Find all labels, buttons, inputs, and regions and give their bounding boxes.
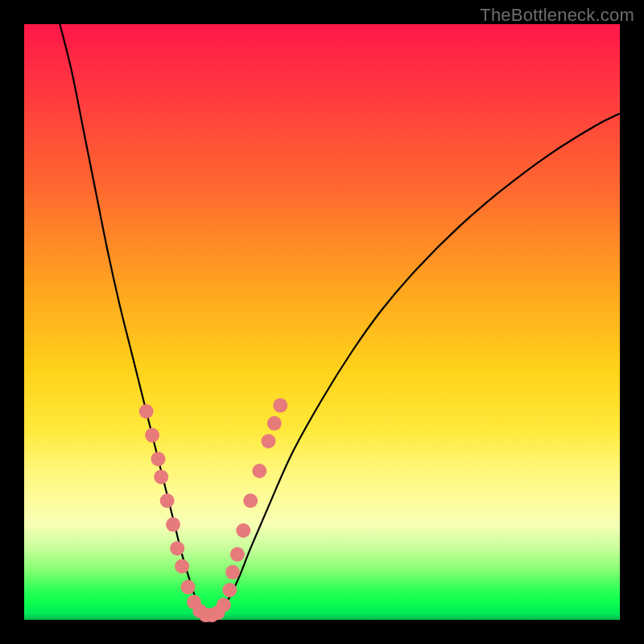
highlight-dot	[273, 398, 287, 413]
highlight-dot	[217, 598, 231, 613]
highlight-dot	[267, 416, 282, 431]
bottleneck-curve	[60, 24, 620, 617]
highlight-dot	[151, 452, 166, 466]
highlight-dot	[252, 464, 266, 478]
highlight-dot	[181, 580, 196, 594]
highlight-dot	[154, 469, 168, 484]
highlight-dot	[160, 493, 175, 508]
highlight-dot	[230, 547, 245, 562]
watermark-text: TheBottleneck.com	[480, 5, 634, 26]
highlight-dot	[222, 583, 237, 597]
highlight-dot	[243, 493, 258, 508]
plot-area	[24, 24, 620, 620]
highlight-dot	[139, 404, 154, 419]
highlight-dot	[261, 434, 275, 448]
chart-svg	[24, 24, 620, 620]
highlight-dot	[166, 518, 180, 532]
chart-container: TheBottleneck.com	[0, 0, 644, 644]
highlight-dot	[225, 565, 240, 580]
highlight-dot	[145, 428, 159, 443]
highlight-dot	[170, 541, 184, 555]
highlight-dot	[236, 523, 250, 538]
highlight-dots-group	[139, 398, 288, 622]
highlight-dot	[175, 559, 189, 573]
